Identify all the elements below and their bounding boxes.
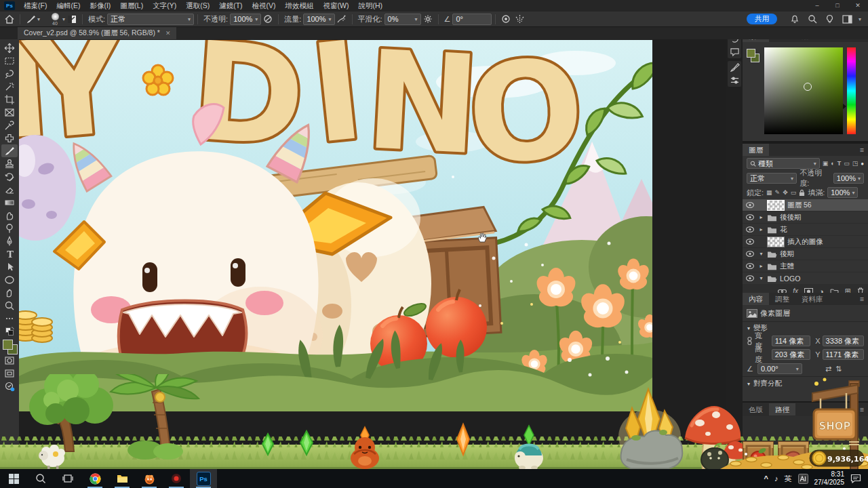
path-select-tool[interactable] — [1, 260, 18, 273]
smoothing-field[interactable]: 0% ▾ — [384, 14, 421, 25]
visibility-eye-icon[interactable] — [745, 263, 755, 269]
hue-slider[interactable] — [847, 47, 856, 134]
eraser-tool[interactable] — [1, 183, 18, 196]
lock-artboard-icon[interactable]: ▭ — [791, 189, 797, 196]
comments-panel-icon[interactable] — [728, 45, 741, 58]
y-field[interactable]: 1171 像素 — [823, 349, 864, 360]
minimize-button[interactable]: – — [807, 0, 827, 12]
screen-record-icon[interactable] — [163, 469, 190, 488]
brush-tool-preset-icon[interactable] — [24, 13, 37, 25]
filter-pin-icon[interactable]: ● — [861, 161, 864, 167]
group-expander-icon[interactable]: ▸ — [758, 226, 764, 232]
x-field[interactable]: 3338 像素 — [823, 336, 864, 346]
search-icon[interactable] — [806, 13, 819, 25]
flow-field[interactable]: 100% ▾ — [303, 14, 334, 25]
pen-tool[interactable] — [1, 235, 18, 247]
menu-edit[interactable]: 編輯(E) — [52, 0, 85, 12]
tool-presets-panel-icon[interactable] — [728, 74, 741, 87]
file-explorer-icon[interactable] — [108, 469, 136, 488]
group-expander-icon[interactable]: ▸ — [758, 214, 764, 220]
foreground-color-swatch[interactable] — [3, 340, 13, 350]
discover-lightbulb-icon[interactable] — [823, 13, 837, 25]
menu-window[interactable]: 視窗(W) — [319, 0, 354, 12]
layer-fill-field[interactable]: 100%▾ — [827, 187, 858, 198]
visibility-eye-icon[interactable] — [745, 239, 755, 245]
layer-row[interactable]: ▸ 後後期 — [743, 211, 868, 224]
clone-stamp-tool[interactable] — [1, 157, 18, 170]
lock-position-icon[interactable]: ✥ — [783, 189, 788, 196]
game-creature-orange[interactable] — [351, 427, 379, 469]
tab-adjustments[interactable]: 調整 — [769, 293, 795, 305]
smoothing-options-gear-icon[interactable] — [421, 13, 435, 25]
visibility-eye-icon[interactable] — [745, 202, 755, 208]
hand-tool[interactable] — [1, 286, 18, 299]
shape-tool[interactable] — [1, 273, 18, 286]
menu-file[interactable]: 檔案(F) — [19, 0, 52, 12]
layer-row[interactable]: ▾ LOGO — [743, 272, 868, 285]
visibility-eye-icon[interactable] — [745, 226, 755, 232]
section-expander-icon[interactable]: ▾ — [747, 325, 750, 331]
blend-mode-select[interactable]: 正常▾ — [747, 173, 797, 184]
layer-row[interactable]: ▸ 主體 — [743, 260, 868, 272]
pressure-opacity-icon[interactable] — [261, 13, 275, 25]
menu-type[interactable]: 文字(Y) — [148, 0, 181, 12]
filter-type-icon[interactable]: T — [837, 160, 842, 167]
move-tool[interactable] — [1, 41, 18, 54]
menu-image[interactable]: 影像(I) — [85, 0, 115, 12]
crop-tool[interactable] — [1, 93, 18, 106]
height-field[interactable]: 203 像素 — [772, 349, 810, 360]
group-expander-icon[interactable]: ▸ — [758, 263, 764, 269]
group-expander-icon[interactable]: ▾ — [758, 275, 764, 281]
rotate-angle-field[interactable]: 0.00°▾ — [757, 363, 802, 374]
filter-shape-icon[interactable]: ▭ — [844, 160, 850, 167]
type-tool[interactable]: T — [1, 247, 18, 260]
visibility-eye-icon[interactable] — [745, 275, 755, 281]
taskbar-clock[interactable]: 8:31 27/4/2025 — [814, 470, 845, 487]
workspace-switcher-icon[interactable] — [841, 13, 854, 25]
width-field[interactable]: 114 像素 — [772, 336, 811, 346]
pressure-size-icon[interactable] — [499, 13, 513, 25]
taskbar-search-icon[interactable] — [27, 469, 54, 488]
smudge-tool[interactable] — [1, 209, 18, 222]
magic-wand-tool[interactable] — [1, 80, 18, 93]
game-crystal-rock[interactable] — [618, 389, 682, 468]
gradient-tool[interactable] — [1, 196, 18, 209]
tab-libraries[interactable]: 資料庫 — [795, 293, 829, 305]
toggle-brush-panel-icon[interactable] — [65, 13, 79, 25]
menu-view[interactable]: 檢視(V) — [248, 0, 281, 12]
spot-healing-tool[interactable] — [1, 131, 18, 144]
dodge-tool[interactable] — [1, 222, 18, 235]
document-tab[interactable]: Cover_v2.psd @ 58.9% (圖層 56, RGB/8) * ✕ — [18, 27, 176, 39]
start-button[interactable] — [0, 469, 27, 488]
panel-menu-icon[interactable]: ≡ — [860, 146, 868, 154]
layer-thumbnail[interactable] — [767, 200, 785, 211]
menu-filter[interactable]: 濾鏡(T) — [214, 0, 247, 12]
filter-smart-object-icon[interactable]: ◳ — [852, 160, 859, 167]
brush-preset-picker[interactable]: 40 — [47, 13, 62, 26]
menu-select[interactable]: 選取(S) — [181, 0, 214, 12]
lock-transparent-icon[interactable]: ▦ — [766, 189, 772, 196]
layer-opacity-field[interactable]: 100%▾ — [833, 173, 864, 184]
link-dimensions-icon[interactable] — [747, 336, 753, 346]
filter-pixel-icon[interactable]: ▣ — [823, 160, 829, 167]
panel-menu-icon[interactable]: ≡ — [860, 295, 868, 303]
notifications-bell-icon[interactable] — [788, 13, 802, 25]
eyedropper-tool[interactable] — [1, 119, 18, 131]
action-center-icon[interactable] — [850, 474, 861, 483]
lock-all-icon[interactable] — [799, 189, 805, 197]
foreground-background-swatches[interactable] — [2, 339, 17, 354]
opacity-field[interactable]: 100% ▾ — [230, 14, 261, 25]
color-panel-swatches[interactable] — [747, 49, 760, 62]
flip-horizontal-icon[interactable]: ⇄ — [825, 365, 831, 373]
chrome-icon[interactable] — [81, 469, 108, 488]
zoom-tool[interactable] — [1, 299, 18, 312]
layer-row[interactable]: ▸ 花 — [743, 224, 868, 236]
layer-row[interactable]: 插入的圖像 — [743, 236, 868, 248]
brush-angle-field[interactable]: 0° — [452, 14, 492, 25]
group-expander-icon[interactable]: ▾ — [758, 251, 764, 257]
menu-plugins[interactable]: 增效模組 — [281, 0, 319, 12]
game-window-strip[interactable]: SHOP 9,936,164 — [0, 374, 868, 469]
tab-layers[interactable]: 圖層 — [743, 144, 769, 156]
close-tab-icon[interactable]: ✕ — [165, 30, 171, 37]
chevron-down-icon[interactable]: ▾ — [37, 16, 40, 22]
